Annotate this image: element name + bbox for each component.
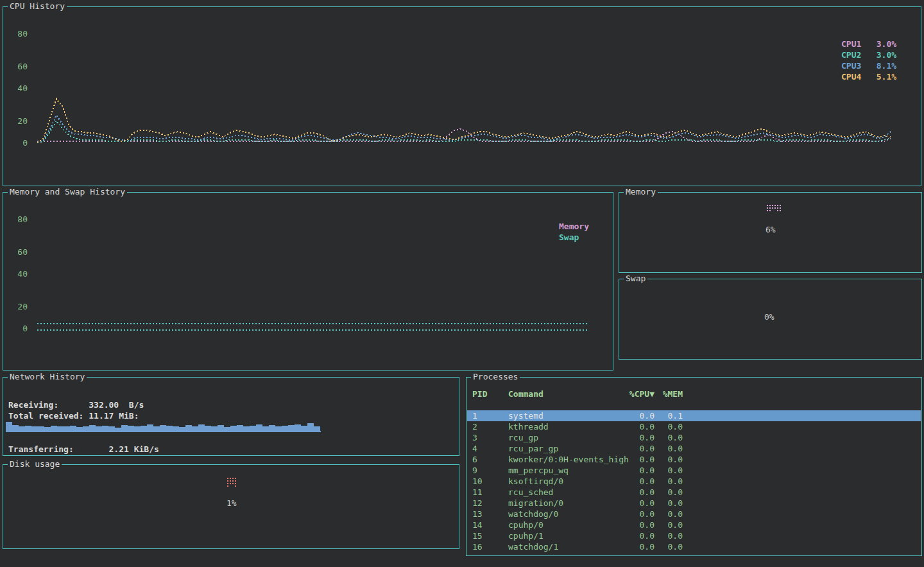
cpu-history-panel: CPU History 80 60 40 20 0 CPU1 3.0%CPU2 … [3, 6, 921, 186]
network-bar [153, 426, 160, 431]
process-cell-mem: 0.0 [654, 465, 683, 476]
process-cell-pid: 13 [472, 509, 508, 519]
process-cell-command: rcu_gp [508, 432, 629, 443]
process-cell-cpu: 0.0 [629, 519, 654, 530]
network-bar [121, 425, 128, 431]
network-bar [198, 424, 205, 431]
network-bar [108, 426, 115, 431]
column-header-cpu-sort[interactable]: %CPU▼ [629, 388, 654, 399]
memory-gauge-panel: Memory 6% [619, 192, 922, 273]
process-row-cpuhp/1[interactable]: 15cpuhp/10.00.0 [467, 530, 921, 541]
disk-usage-title: Disk usage [8, 459, 62, 469]
network-bar [89, 425, 96, 431]
process-cell-mem: 0.0 [654, 498, 683, 509]
process-row-kthreadd[interactable]: 2kthreadd0.00.0 [467, 421, 921, 432]
network-bar [12, 425, 19, 431]
network-bar [282, 426, 288, 431]
process-cell-pid: 1 [472, 410, 508, 421]
network-bar [269, 425, 275, 431]
network-baseline [6, 431, 321, 432]
network-bar [25, 426, 31, 431]
process-row-rcu_gp[interactable]: 3rcu_gp0.00.0 [467, 432, 921, 443]
network-bar [192, 426, 198, 431]
memswap-legend-item-swap: Swap [559, 232, 589, 243]
network-bar [166, 426, 173, 431]
network-bar [83, 426, 89, 431]
process-cell-command: rcu_sched [508, 487, 629, 498]
network-bar [96, 426, 102, 431]
network-bar [19, 426, 25, 431]
network-bar [57, 426, 64, 431]
network-bar [134, 426, 141, 431]
disk-usage-panel: Disk usage 1% [3, 464, 459, 549]
network-bar [44, 427, 51, 431]
process-cell-command: watchdog/1 [508, 541, 629, 552]
process-cell-pid: 11 [472, 487, 508, 498]
network-bar [185, 425, 192, 431]
process-cell-cpu: 0.0 [629, 498, 654, 509]
process-cell-mem: 0.0 [654, 443, 683, 454]
process-cell-command: rcu_par_gp [508, 443, 629, 454]
process-row-watchdog/0[interactable]: 13watchdog/00.00.0 [467, 509, 921, 519]
process-cell-cpu: 0.0 [629, 410, 654, 421]
network-bar [31, 426, 38, 431]
network-bar [243, 426, 250, 431]
process-cell-command: kworker/0:0H-events_high [508, 454, 629, 465]
memory-swap-chart [3, 193, 613, 370]
process-row-systemd[interactable]: 1systemd0.00.1 [467, 410, 921, 421]
network-transferring-line: Transferring: 2.21 KiB/s [8, 444, 159, 455]
network-bar [237, 425, 243, 431]
process-row-mm_percpu_wq[interactable]: 9mm_percpu_wq0.00.0 [467, 465, 921, 476]
process-cell-pid: 10 [472, 476, 508, 487]
cpu-history-chart [3, 7, 921, 186]
memory-gauge-title: Memory [624, 187, 658, 197]
network-bar [173, 426, 179, 431]
memswap-legend-item-memory: Memory [559, 221, 589, 232]
process-cell-pid: 9 [472, 465, 508, 476]
process-cell-command: systemd [508, 410, 629, 421]
process-row-rcu_sched[interactable]: 11rcu_sched0.00.0 [467, 487, 921, 498]
column-header-pid[interactable]: PID [472, 388, 508, 399]
process-cell-command: ksoftirqd/0 [508, 476, 629, 487]
network-bar [205, 426, 211, 431]
process-cell-mem: 0.0 [654, 476, 683, 487]
network-bar [38, 426, 44, 431]
processes-header: PID Command %CPU▼ %MEM [467, 388, 924, 399]
process-row-rcu_par_gp[interactable]: 4rcu_par_gp0.00.0 [467, 443, 921, 454]
network-bar [76, 427, 83, 431]
network-bar [256, 424, 262, 431]
process-row-migration/0[interactable]: 12migration/00.00.0 [467, 498, 921, 509]
process-row-ksoftirqd/0[interactable]: 10ksoftirqd/00.00.0 [467, 476, 921, 487]
network-bar [307, 423, 314, 431]
process-row-kworker/0:0H-events_high[interactable]: 6kworker/0:0H-events_high0.00.0 [467, 454, 921, 465]
process-cell-mem: 0.1 [654, 410, 683, 421]
process-cell-command: watchdog/0 [508, 509, 629, 519]
process-cell-cpu: 0.0 [629, 541, 654, 552]
network-bar [51, 426, 57, 431]
process-cell-command: kthreadd [508, 421, 629, 432]
network-bar [102, 426, 108, 431]
process-cell-mem: 0.0 [654, 454, 683, 465]
column-header-mem[interactable]: %MEM [654, 388, 683, 399]
network-bar [262, 426, 269, 431]
process-row-cpuhp/0[interactable]: 14cpuhp/00.00.0 [467, 519, 921, 530]
cpu-legend-item-cpu3: CPU3 8.1% [841, 60, 896, 71]
network-bar [218, 425, 224, 431]
process-row-watchdog/1[interactable]: 16watchdog/10.00.0 [467, 541, 921, 552]
process-cell-mem: 0.0 [654, 421, 683, 432]
network-bar [275, 426, 282, 431]
cpu-legend-item-cpu2: CPU2 3.0% [841, 49, 896, 60]
cpu-series-CPU2 [37, 121, 891, 143]
column-header-command[interactable]: Command [508, 388, 629, 399]
network-bar [141, 426, 147, 431]
process-cell-cpu: 0.0 [629, 476, 654, 487]
process-cell-mem: 0.0 [654, 541, 683, 552]
network-bar [211, 426, 218, 431]
disk-usage-value: 1% [227, 498, 237, 508]
network-bar [250, 426, 256, 431]
processes-panel: Processes PID Command %CPU▼ %MEM 1system… [466, 377, 922, 556]
process-cell-mem: 0.0 [654, 432, 683, 443]
process-cell-mem: 0.0 [654, 530, 683, 541]
process-cell-cpu: 0.0 [629, 465, 654, 476]
process-cell-command: migration/0 [508, 498, 629, 509]
